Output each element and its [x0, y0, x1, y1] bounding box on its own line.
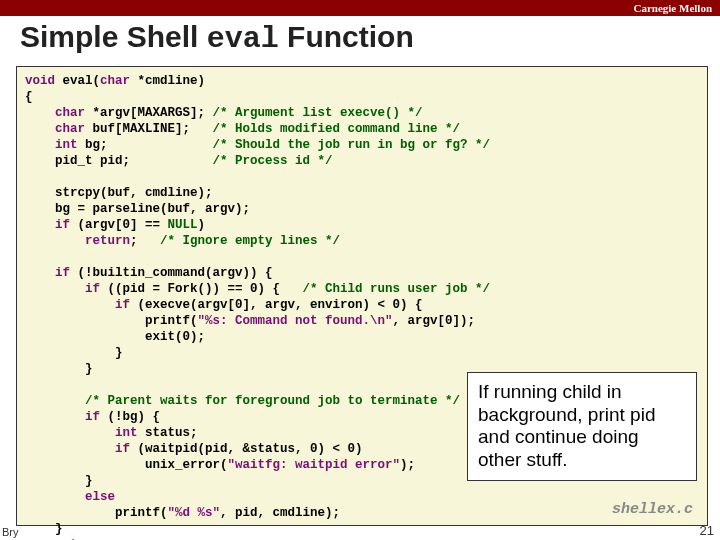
- slide-title: Simple Shell eval Function: [0, 16, 720, 60]
- page-number: 21: [700, 523, 714, 538]
- code-box: void eval(char *cmdline) { char *argv[MA…: [16, 66, 708, 526]
- brand-label: Carnegie Mellon: [633, 2, 712, 14]
- title-pre: Simple Shell: [20, 20, 207, 53]
- source-filename: shellex.c: [612, 500, 693, 519]
- callout-box: If running child in background, print pi…: [467, 372, 697, 481]
- header-bar: Carnegie Mellon: [0, 0, 720, 16]
- title-post: Function: [279, 20, 414, 53]
- footer-left: Bry: [2, 526, 19, 538]
- title-mono: eval: [207, 22, 279, 56]
